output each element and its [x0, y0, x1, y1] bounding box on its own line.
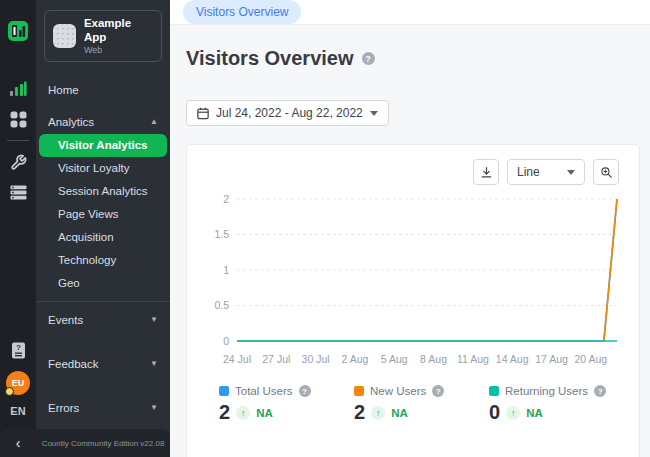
svg-text:0.5: 0.5 [214, 299, 229, 311]
zoom-chart-button[interactable] [593, 159, 619, 185]
sidebar: ? EU EN Example App Web Home [0, 0, 170, 457]
sidebar-item-session-analytics[interactable]: Session Analytics [36, 180, 170, 203]
date-range-value: Jul 24, 2022 - Aug 22, 2022 [216, 106, 363, 120]
version-label: Countly Community Edition v22.08 [36, 439, 170, 448]
legend-help-icon[interactable]: ? [299, 385, 311, 397]
legend-swatch-1 [354, 386, 364, 396]
svg-text:1: 1 [223, 264, 229, 276]
svg-text:0: 0 [223, 335, 229, 347]
user-avatar[interactable]: EU [6, 371, 30, 395]
avatar-initials: EU [12, 378, 25, 388]
main-area: Visitors Overview Visitors Overview ? Ju… [170, 0, 650, 457]
sidebar-item-acquisition[interactable]: Acquisition [36, 226, 170, 249]
svg-text:?: ? [16, 343, 21, 352]
app-thumbnail [53, 24, 76, 48]
app-platform: Web [84, 45, 153, 55]
section-label: Feedback [48, 358, 99, 370]
trend-up-icon: ↑ [506, 406, 520, 420]
legend-label: Returning Users [505, 385, 588, 397]
sidebar-item-home[interactable]: Home [36, 78, 170, 102]
legend-value: 2 [354, 401, 365, 424]
sidebar-section-feedback[interactable]: Feedback ▼ [36, 352, 170, 376]
svg-text:30 Jul: 30 Jul [302, 353, 330, 365]
chevron-up-icon: ▲ [150, 117, 158, 126]
section-label: Analytics [48, 116, 94, 128]
sidebar-item-technology[interactable]: Technology [36, 249, 170, 272]
feedback-doc-icon[interactable]: ? [0, 335, 36, 365]
svg-text:20 Aug: 20 Aug [574, 353, 607, 365]
sidebar-section-analytics[interactable]: Analytics ▲ [36, 110, 170, 134]
page-title: Visitors Overview [186, 47, 354, 70]
data-manager-servers-icon[interactable] [0, 177, 36, 207]
chevron-down-icon: ▼ [150, 403, 158, 412]
page-content: Visitors Overview ? Jul 24, 2022 - Aug 2… [170, 25, 650, 457]
legend-help-icon[interactable]: ? [594, 385, 606, 397]
chevron-down-icon: ▼ [150, 359, 158, 368]
trend-value: NA [391, 407, 408, 419]
sidebar-item-visitor-analytics[interactable]: Visitor Analytics [39, 134, 167, 157]
svg-text:27 Jul: 27 Jul [262, 353, 290, 365]
apps-grid-icon[interactable] [0, 104, 36, 134]
svg-text:1.5: 1.5 [214, 228, 229, 240]
app-name: Example App [84, 17, 153, 45]
trend-up-icon: ↑ [371, 406, 385, 420]
language-selector[interactable]: EN [10, 405, 25, 417]
magnifier-plus-icon [600, 166, 613, 179]
collapse-sidebar-icon[interactable]: ‹ [0, 429, 36, 457]
legend-swatch-2 [489, 386, 499, 396]
trend-value: NA [256, 407, 273, 419]
legend-item-new-users: New Users ? 2 ↑ NA [354, 385, 457, 424]
svg-text:17 Aug: 17 Aug [535, 353, 568, 365]
legend-value: 0 [489, 401, 500, 424]
caret-down-icon [370, 111, 378, 116]
breadcrumb-chip[interactable]: Visitors Overview [183, 0, 301, 24]
visitors-chart[interactable]: 00.511.5224 Jul27 Jul30 Jul2 Aug5 Aug8 A… [207, 189, 619, 373]
date-range-picker[interactable]: Jul 24, 2022 - Aug 22, 2022 [186, 100, 389, 126]
legend-label: Total Users [235, 385, 293, 397]
rail-divider [7, 140, 29, 141]
title-help-icon[interactable]: ? [362, 52, 375, 65]
legend-label: New Users [370, 385, 426, 397]
calendar-icon [197, 107, 209, 120]
caret-down-icon [567, 170, 575, 175]
svg-text:8 Aug: 8 Aug [420, 353, 447, 365]
sidebar-item-page-views[interactable]: Page Views [36, 203, 170, 226]
countly-logo-icon[interactable] [0, 16, 36, 46]
legend-swatch-0 [219, 386, 229, 396]
svg-text:24 Jul: 24 Jul [223, 353, 251, 365]
svg-text:11 Aug: 11 Aug [457, 353, 489, 365]
analytics-bars-icon[interactable] [0, 74, 36, 104]
svg-text:5 Aug: 5 Aug [381, 353, 408, 365]
chart-type-select[interactable]: Line [507, 159, 585, 185]
app-root: ? EU EN Example App Web Home [0, 0, 650, 457]
legend-item-total-users: Total Users ? 2 ↑ NA [219, 385, 322, 424]
app-selector[interactable]: Example App Web [44, 10, 162, 62]
chart-legend: Total Users ? 2 ↑ NA New Users [207, 385, 619, 424]
sidebar-item-visitor-loyalty[interactable]: Visitor Loyalty [36, 157, 170, 180]
section-label: Errors [48, 402, 79, 414]
svg-text:14 Aug: 14 Aug [496, 353, 529, 365]
top-bar: Visitors Overview [170, 0, 650, 25]
sidebar-item-geo[interactable]: Geo [36, 272, 170, 295]
section-label: Events [48, 314, 83, 326]
menu-divider [36, 301, 170, 302]
legend-item-returning-users: Returning Users ? 0 ↑ NA [489, 385, 606, 424]
sidebar-footer: ‹ Countly Community Edition v22.08 [0, 429, 170, 457]
sidebar-section-events[interactable]: Events ▼ [36, 308, 170, 332]
chart-card: Line 00.511.5224 Jul27 Jul30 Jul2 Aug5 A… [186, 144, 640, 457]
legend-value: 2 [219, 401, 230, 424]
management-wrench-icon[interactable] [0, 147, 36, 177]
svg-text:2: 2 [223, 193, 229, 205]
svg-text:2 Aug: 2 Aug [341, 353, 368, 365]
sidebar-section-errors[interactable]: Errors ▼ [36, 396, 170, 420]
chevron-down-icon: ▼ [150, 315, 158, 324]
trend-up-icon: ↑ [236, 406, 250, 420]
sidebar-menu: Example App Web Home Analytics ▲ Visitor… [36, 0, 170, 457]
legend-help-icon[interactable]: ? [432, 385, 444, 397]
trend-value: NA [526, 407, 543, 419]
chart-type-value: Line [517, 165, 540, 179]
download-chart-button[interactable] [473, 159, 499, 185]
icon-rail: ? EU EN [0, 0, 36, 457]
download-icon [480, 166, 493, 179]
